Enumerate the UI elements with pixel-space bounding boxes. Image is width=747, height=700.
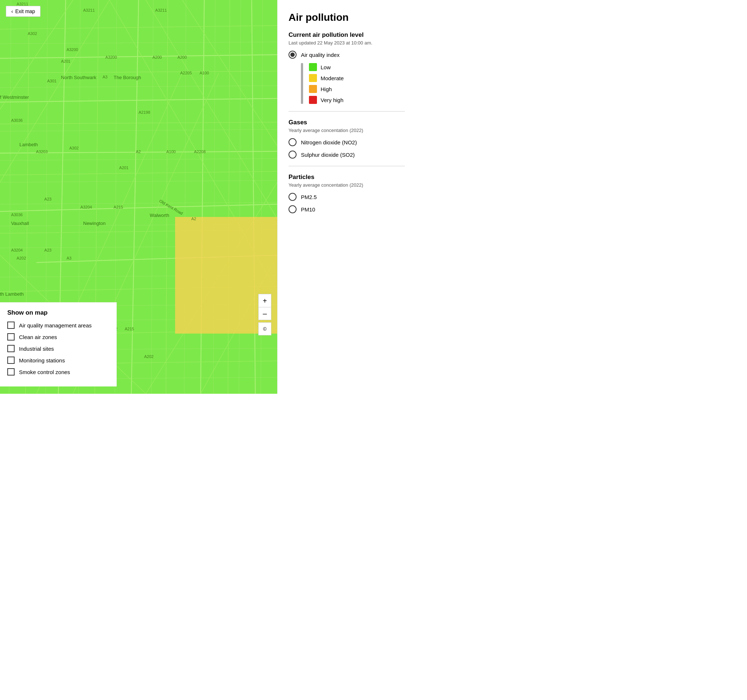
svg-line-7 (201, 0, 204, 394)
smoke-checkbox[interactable] (7, 368, 15, 376)
svg-line-48 (151, 0, 153, 394)
svg-line-32 (0, 86, 277, 88)
clean-air-checkbox[interactable] (7, 333, 15, 341)
air-quality-index-label: Air quality index (301, 52, 340, 58)
legend-item-industrial[interactable]: Industrial sites (7, 345, 109, 352)
gases-section: Gases Yearly average concentation (2022)… (289, 119, 405, 158)
svg-line-51 (239, 0, 241, 394)
legend-item-smoke[interactable]: Smoke control zones (7, 368, 109, 376)
industrial-label: Industrial sites (19, 345, 54, 352)
svg-line-20 (228, 0, 230, 394)
high-label: High (321, 86, 332, 92)
svg-line-12 (0, 171, 277, 175)
radio-button-so2[interactable] (289, 151, 296, 158)
show-on-map-legend: Show on map Air quality management areas… (0, 302, 117, 386)
legend-very-high: Very high (309, 96, 343, 104)
industrial-checkbox[interactable] (7, 345, 15, 352)
copyright-button[interactable]: © (258, 322, 271, 335)
current-pollution-title: Current air pollution level (289, 31, 405, 39)
svg-line-36 (0, 202, 277, 204)
zoom-out-button[interactable]: – (258, 307, 271, 320)
svg-line-19 (166, 0, 168, 394)
no2-label: Nitrogen dioxide (NO2) (301, 139, 357, 145)
legend-low: Low (309, 63, 343, 71)
aqma-checkbox[interactable] (7, 321, 15, 329)
svg-line-31 (0, 42, 277, 44)
radio-button-pm25[interactable] (289, 193, 296, 201)
very-high-swatch (309, 96, 317, 104)
aqma-label: Air quality management areas (19, 322, 92, 329)
svg-line-0 (0, 55, 277, 58)
so2-label: Sulphur dioxide (SO2) (301, 152, 355, 158)
color-legend-list: Low Moderate High Very high (309, 63, 343, 104)
pm10-label: PM10 (301, 206, 315, 213)
legend-item-aqma[interactable]: Air quality management areas (7, 321, 109, 329)
pm25-label: PM2.5 (301, 194, 317, 200)
no2-radio[interactable]: Nitrogen dioxide (NO2) (289, 138, 405, 146)
exit-map-button[interactable]: ‹ Exit map (6, 6, 41, 17)
current-pollution-section: Current air pollution level Last updated… (289, 31, 405, 104)
current-pollution-subtitle: Last updated 22 May 2023 at 10:00 am. (289, 40, 405, 45)
page-title: Air pollution (289, 12, 405, 23)
low-label: Low (321, 64, 331, 70)
monitoring-checkbox[interactable] (7, 356, 15, 364)
legend-moderate: Moderate (309, 74, 343, 82)
pm25-radio[interactable]: PM2.5 (289, 193, 405, 201)
zoom-controls: + – © (258, 294, 271, 335)
so2-radio[interactable]: Sulphur dioxide (SO2) (289, 151, 405, 158)
radio-inner-aqi (290, 53, 295, 57)
back-arrow-icon: ‹ (11, 8, 13, 14)
svg-line-10 (0, 71, 277, 73)
svg-line-2 (0, 151, 277, 153)
gases-subtitle: Yearly average concentation (2022) (289, 128, 405, 133)
svg-line-9 (0, 26, 277, 29)
color-legend: Low Moderate High Very high (301, 63, 405, 104)
svg-line-11 (0, 122, 277, 124)
particles-title: Particles (289, 173, 405, 181)
svg-line-35 (0, 181, 277, 182)
svg-line-1 (0, 98, 277, 102)
show-on-map-title: Show on map (7, 309, 109, 317)
monitoring-label: Monitoring stations (19, 357, 65, 364)
svg-line-8 (252, 0, 255, 394)
divider-2 (289, 166, 405, 166)
zoom-in-button[interactable]: + (258, 294, 271, 307)
smoke-label: Smoke control zones (19, 369, 70, 375)
gases-title: Gases (289, 119, 405, 126)
svg-line-3 (0, 204, 277, 211)
moderate-swatch (309, 74, 317, 82)
map-container[interactable]: A3211 A3211 A3211 A302 A3200 A3200 A201 … (0, 0, 277, 394)
color-legend-bar (301, 63, 303, 104)
radio-button-pm10[interactable] (289, 205, 296, 213)
radio-button-aqi[interactable] (289, 51, 296, 59)
svg-line-50 (213, 0, 215, 394)
particles-subtitle: Yearly average concentation (2022) (289, 182, 405, 188)
low-swatch (309, 63, 317, 71)
sidebar: Air pollution Current air pollution leve… (277, 0, 416, 394)
svg-line-34 (0, 158, 277, 160)
air-quality-index-radio[interactable]: Air quality index (289, 51, 405, 59)
high-swatch (309, 85, 317, 93)
particles-section: Particles Yearly average concentation (2… (289, 173, 405, 213)
divider-1 (289, 111, 405, 112)
legend-item-monitoring[interactable]: Monitoring stations (7, 356, 109, 364)
svg-line-49 (184, 0, 186, 394)
moderate-label: Moderate (321, 75, 343, 81)
svg-line-33 (0, 130, 277, 131)
radio-button-no2[interactable] (289, 138, 296, 146)
pm10-radio[interactable]: PM10 (289, 205, 405, 213)
svg-line-6 (131, 0, 139, 394)
legend-high: High (309, 85, 343, 93)
legend-item-clean-air[interactable]: Clean air zones (7, 333, 109, 341)
clean-air-label: Clean air zones (19, 334, 57, 340)
very-high-label: Very high (321, 97, 343, 103)
